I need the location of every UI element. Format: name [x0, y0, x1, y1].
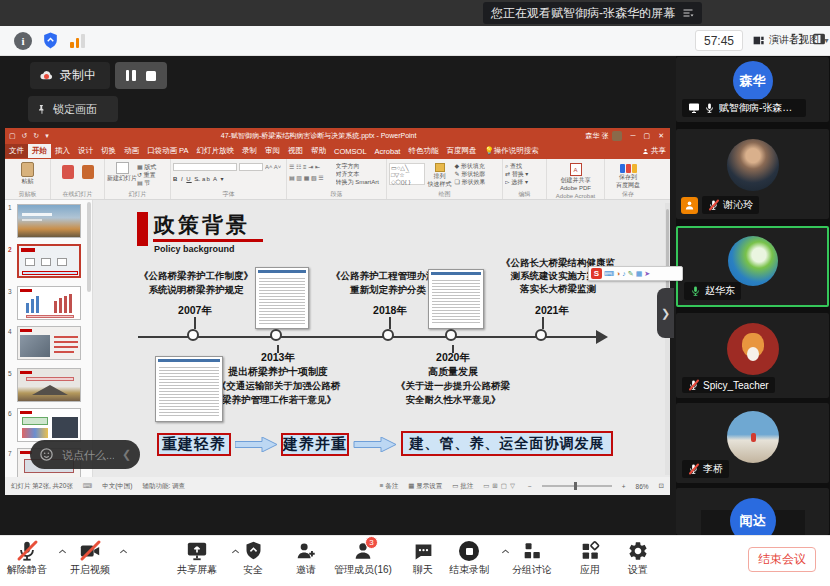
- align-buttons[interactable]: ▤ ▥ ▦ ▧ ☰: [289, 174, 336, 182]
- ppt-tab-slideshow[interactable]: 幻灯片放映: [193, 144, 239, 158]
- ppt-tab-view[interactable]: 视图: [284, 144, 307, 158]
- security-shield-icon[interactable]: [41, 31, 60, 50]
- participant-tile-partial[interactable]: 闻达: [676, 488, 829, 535]
- ppt-minimize-button[interactable]: ─: [627, 132, 640, 139]
- unmute-button[interactable]: 解除静音: [0, 540, 55, 577]
- ppt-tab-comsol[interactable]: COMSOL: [330, 145, 371, 158]
- emoji-icon[interactable]: [39, 447, 54, 462]
- ppt-tab-help[interactable]: 帮助: [307, 144, 330, 158]
- slide-thumbnail-5[interactable]: [17, 368, 81, 402]
- ppt-tab-insert[interactable]: 插入: [51, 144, 74, 158]
- font-size-select[interactable]: [239, 163, 263, 171]
- fullscreen-icon[interactable]: [790, 32, 804, 46]
- lock-view-button[interactable]: 锁定画面: [28, 96, 118, 122]
- ime-toolbar[interactable]: S ⌨ ◑ ♪ ✎ ▦ ➤: [588, 266, 683, 281]
- slide-thumbnail-2-selected[interactable]: [17, 244, 81, 278]
- ppt-titlebar: ▢ ↺ ↻ ▾ 47-赋智御病-桥梁索结构病害诊断与决策系统.pptx - Po…: [5, 128, 670, 143]
- participant-tile[interactable]: Spicy_Teacher: [676, 313, 829, 398]
- section-button[interactable]: ▤ 节: [137, 179, 168, 187]
- display-settings-button[interactable]: ▦ 显示设置: [408, 482, 442, 491]
- ppt-tab-transitions[interactable]: 切换: [97, 144, 120, 158]
- online-slide-button[interactable]: [62, 165, 74, 179]
- ppt-tab-baidu[interactable]: 百度网盘: [442, 144, 480, 158]
- zoom-percentage[interactable]: 86%: [636, 483, 649, 490]
- shape-fill-button[interactable]: ◆ 形状填充: [454, 162, 500, 170]
- manage-members-button[interactable]: 3 管理成员(16): [328, 540, 398, 577]
- accessibility-status[interactable]: 辅助功能: 调查: [143, 482, 186, 491]
- ppt-tab-record[interactable]: 录制: [238, 144, 261, 158]
- view-switcher-buttons[interactable]: ▭⊞▢▽: [483, 482, 518, 490]
- ppt-restore-button[interactable]: ▢: [640, 132, 655, 140]
- video-options-chevron[interactable]: [118, 546, 129, 557]
- ppt-tab-file[interactable]: 文件: [5, 144, 28, 158]
- replace-button[interactable]: ⇄ 替换 ▾: [505, 170, 544, 178]
- participant-tile-sharer[interactable]: 森华 赋智御病-张森华的屏...: [676, 57, 829, 122]
- smartart-button[interactable]: 转换为 SmartArt: [336, 178, 384, 186]
- share-screen-button[interactable]: 共享屏幕: [169, 540, 225, 577]
- ppt-share-button[interactable]: 共享: [638, 144, 670, 158]
- participant-tile[interactable]: 谢沁玲: [676, 129, 829, 219]
- arrange-button[interactable]: [435, 163, 445, 172]
- participant-tile[interactable]: 李桥: [676, 403, 829, 483]
- ppt-quick-access[interactable]: ▢ ↺ ↻ ▾: [5, 132, 55, 140]
- zoom-slider[interactable]: [542, 485, 612, 487]
- participant-tile-speaking[interactable]: 赵华东: [676, 226, 829, 307]
- zoom-in-button[interactable]: +: [622, 483, 626, 490]
- slide-thumbnail-6[interactable]: [17, 408, 81, 442]
- slide-thumbnail-1[interactable]: [17, 204, 81, 238]
- shape-outline-button[interactable]: ✎ 形状轮廓: [454, 170, 500, 178]
- paste-button[interactable]: 粘贴: [7, 162, 48, 185]
- new-slide-button[interactable]: 新建幻灯片: [107, 162, 137, 190]
- stop-recording-button[interactable]: [146, 71, 156, 81]
- slide-thumbnail-3[interactable]: [17, 286, 81, 320]
- meeting-info-icon[interactable]: i: [14, 32, 32, 50]
- ppt-tab-review[interactable]: 审阅: [261, 144, 284, 158]
- list-buttons[interactable]: ☰ ☷ ≡ ⇥ ⇤: [289, 163, 336, 171]
- align-text-button[interactable]: 对齐文本: [336, 170, 384, 178]
- ppt-tab-acrobat[interactable]: Acrobat: [371, 145, 405, 158]
- slide-scrollbar[interactable]: [665, 203, 670, 475]
- collapse-chat-icon[interactable]: ❮: [122, 448, 131, 461]
- fit-to-window-button[interactable]: ⊡: [659, 482, 664, 490]
- font-name-select[interactable]: [173, 163, 237, 171]
- layout-button[interactable]: ▦ 版式: [137, 163, 168, 171]
- stop-recording-toolbar-button[interactable]: 结束录制: [439, 540, 499, 577]
- invite-button[interactable]: 邀请: [278, 540, 334, 577]
- network-signal-icon[interactable]: [70, 34, 86, 48]
- watch-list-icon[interactable]: [682, 7, 694, 19]
- ppt-close-button[interactable]: ✕: [654, 132, 670, 140]
- ppt-tab-design[interactable]: 设计: [74, 144, 97, 158]
- ppt-tab-animations[interactable]: 动画: [120, 144, 143, 158]
- start-video-button[interactable]: 开启视频: [62, 540, 118, 577]
- ppt-tell-me-search[interactable]: 💡操作说明搜索: [480, 144, 542, 158]
- find-button[interactable]: ⌕ 查找: [505, 162, 544, 170]
- ppt-tab-features[interactable]: 特色功能: [404, 144, 442, 158]
- notes-button[interactable]: ≡ 备注: [380, 482, 399, 491]
- end-meeting-button[interactable]: 结束会议: [748, 547, 816, 572]
- breakout-rooms-button[interactable]: 分组讨论: [504, 540, 560, 577]
- shape-effects-button[interactable]: ❏ 形状效果: [454, 178, 500, 186]
- create-pdf-button[interactable]: A 创建并共享 Adobe PDF: [549, 163, 602, 192]
- ppt-tab-pocket-animation[interactable]: 口袋动画 PA: [143, 144, 193, 158]
- select-button[interactable]: ▻ 选择 ▾: [505, 178, 544, 186]
- slide-thumbnail-4[interactable]: [17, 326, 81, 360]
- zoom-out-button[interactable]: −: [528, 483, 532, 490]
- save-to-baidu-button[interactable]: 保存到 百度网盘: [607, 164, 649, 189]
- thumb-number: 2: [8, 246, 12, 253]
- chat-input[interactable]: [60, 448, 116, 462]
- pause-recording-button[interactable]: [126, 70, 136, 81]
- reset-button[interactable]: ↺ 重置: [137, 171, 168, 179]
- sidebar-collapse-handle[interactable]: ❯: [657, 288, 674, 338]
- font-style-buttons[interactable]: B I U S̶ ab A ▾: [173, 175, 284, 183]
- thumb-panel-scrollbar[interactable]: [87, 202, 91, 292]
- side-panel-icon[interactable]: [812, 32, 826, 46]
- shapes-gallery[interactable]: ▭○△╲□▽☆⌒◇⬡(){ }: [389, 163, 425, 185]
- security-button[interactable]: 安全: [225, 540, 281, 577]
- quick-styles-button[interactable]: 快速样式: [425, 180, 455, 188]
- comments-button[interactable]: ▭ 批注: [452, 482, 473, 491]
- animation-page-button[interactable]: [82, 165, 94, 179]
- ppt-tab-home[interactable]: 开始: [28, 144, 51, 158]
- settings-button[interactable]: 设置: [610, 540, 666, 577]
- language-indicator[interactable]: 中文(中国): [102, 482, 132, 491]
- text-direction-button[interactable]: 文字方向: [336, 162, 384, 170]
